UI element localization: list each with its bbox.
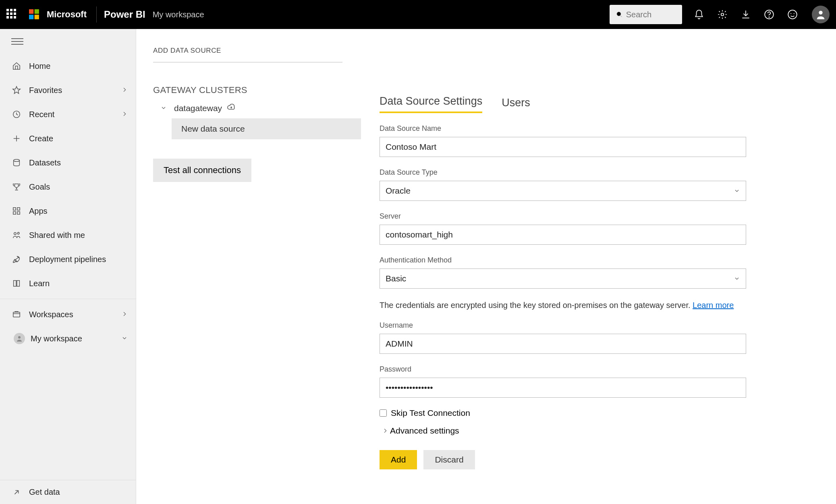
nav-workspaces[interactable]: Workspaces — [0, 302, 136, 326]
nav-favorites[interactable]: Favorites — [0, 78, 136, 102]
feedback-icon[interactable] — [787, 9, 798, 20]
star-icon — [12, 86, 21, 95]
add-data-source-title: ADD DATA SOURCE — [153, 47, 354, 55]
svg-point-14 — [14, 159, 20, 162]
nav-datasets[interactable]: Datasets — [0, 151, 136, 175]
trophy-icon — [12, 182, 21, 191]
nav-my-workspace-label: My workspace — [31, 334, 82, 343]
svg-point-12 — [819, 11, 822, 14]
nav-learn[interactable]: Learn — [0, 271, 136, 295]
microsoft-logo — [29, 9, 39, 20]
svg-rect-21 — [13, 312, 20, 317]
nav-recent-label: Recent — [29, 110, 54, 119]
nav-get-data[interactable]: Get data — [0, 480, 136, 504]
nav-learn-label: Learn — [29, 279, 50, 288]
nav-recent[interactable]: Recent — [0, 102, 136, 126]
ds-type-value: Oracle — [386, 186, 411, 196]
apps-icon — [12, 207, 21, 215]
skip-test-checkbox[interactable] — [380, 409, 387, 417]
nav-datasets-label: Datasets — [29, 158, 61, 167]
nav-apps-label: Apps — [29, 207, 48, 216]
chevron-right-icon — [382, 428, 388, 434]
nav-goals-label: Goals — [29, 182, 50, 192]
nav-home[interactable]: Home — [0, 54, 136, 78]
ds-type-select[interactable]: Oracle — [380, 181, 746, 201]
credentials-info: The credentials are encrypted using the … — [380, 301, 750, 310]
nav-pipelines-label: Deployment pipelines — [29, 255, 106, 264]
search-icon — [616, 10, 623, 19]
title-underline — [153, 62, 342, 62]
tab-data-source-settings[interactable]: Data Source Settings — [380, 95, 482, 113]
nav-pipelines[interactable]: Deployment pipelines — [0, 247, 136, 271]
svg-rect-1 — [35, 9, 39, 14]
svg-point-20 — [17, 232, 19, 234]
workspaces-icon — [12, 310, 21, 319]
settings-icon[interactable] — [717, 9, 728, 20]
nav-home-label: Home — [29, 62, 50, 71]
book-icon — [12, 279, 21, 288]
help-icon[interactable] — [763, 9, 775, 20]
notifications-icon[interactable] — [693, 9, 705, 20]
svg-point-22 — [18, 336, 21, 339]
svg-point-4 — [617, 12, 621, 16]
chevron-right-icon — [121, 87, 128, 93]
new-data-source-item[interactable]: New data source — [172, 118, 361, 139]
advanced-settings-label: Advanced settings — [390, 426, 459, 436]
gateway-name: datagateway — [174, 103, 222, 113]
chevron-down-icon — [160, 105, 167, 111]
ds-name-label: Data Source Name — [380, 124, 836, 133]
skip-test-label: Skip Test Connection — [391, 408, 470, 418]
nav-shared[interactable]: Shared with me — [0, 223, 136, 247]
chevron-right-icon — [121, 311, 128, 317]
gateway-clusters-title: GATEWAY CLUSTERS — [153, 85, 354, 95]
chevron-down-icon — [734, 275, 740, 282]
search-box[interactable] — [610, 5, 682, 24]
ds-name-input[interactable] — [380, 137, 746, 157]
hamburger-icon[interactable] — [11, 38, 23, 45]
discard-button[interactable]: Discard — [423, 450, 475, 469]
plus-icon — [12, 134, 21, 143]
nav-shared-label: Shared with me — [29, 231, 85, 240]
password-input[interactable] — [380, 378, 746, 398]
shared-icon — [12, 231, 21, 240]
add-button[interactable]: Add — [380, 450, 417, 469]
svg-point-8 — [769, 17, 769, 17]
nav-get-data-label: Get data — [29, 487, 60, 497]
search-input[interactable] — [626, 10, 676, 19]
clock-icon — [12, 110, 21, 119]
gateway-status-icon — [227, 103, 236, 112]
svg-point-10 — [790, 13, 791, 14]
auth-method-value: Basic — [386, 274, 406, 283]
test-all-connections-button[interactable]: Test all connections — [153, 159, 251, 182]
ds-type-label: Data Source Type — [380, 168, 836, 177]
app-launcher-icon[interactable] — [6, 9, 18, 20]
header-divider — [96, 6, 97, 23]
svg-rect-16 — [17, 208, 20, 210]
chevron-down-icon — [734, 188, 740, 194]
chevron-right-icon — [121, 111, 128, 117]
password-label: Password — [380, 365, 836, 374]
nav-goals[interactable]: Goals — [0, 175, 136, 199]
gateway-row[interactable]: datagateway — [153, 103, 354, 114]
svg-rect-15 — [13, 208, 16, 210]
server-input[interactable] — [380, 225, 746, 245]
nav-my-workspace[interactable]: My workspace — [0, 326, 136, 351]
tab-users[interactable]: Users — [502, 97, 530, 113]
server-label: Server — [380, 212, 836, 221]
user-avatar[interactable] — [812, 6, 830, 23]
workspace-avatar-icon — [14, 333, 25, 344]
learn-more-link[interactable]: Learn more — [693, 301, 734, 310]
download-icon[interactable] — [740, 9, 751, 20]
svg-rect-0 — [29, 9, 33, 14]
nav-workspaces-label: Workspaces — [29, 310, 73, 319]
svg-rect-3 — [35, 15, 39, 19]
nav-apps[interactable]: Apps — [0, 199, 136, 223]
nav-create[interactable]: Create — [0, 126, 136, 151]
auth-method-select[interactable]: Basic — [380, 269, 746, 289]
username-input[interactable] — [380, 334, 746, 354]
svg-line-5 — [620, 15, 622, 17]
workspace-breadcrumb[interactable]: My workspace — [153, 10, 204, 19]
auth-method-label: Authentication Method — [380, 256, 836, 264]
get-data-icon — [12, 488, 21, 497]
advanced-settings-toggle[interactable]: Advanced settings — [382, 426, 836, 436]
